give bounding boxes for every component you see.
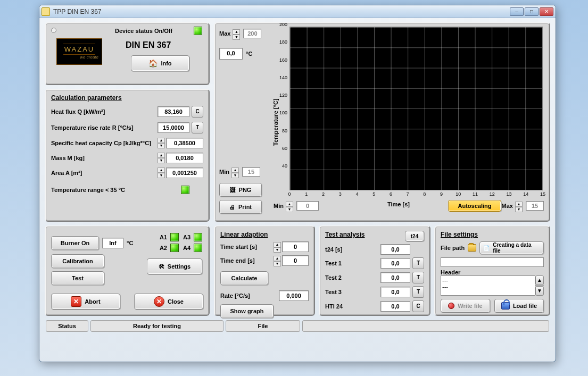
spin-up-icon[interactable]: ▲: [274, 256, 281, 261]
settings-button[interactable]: 🛠 Settings: [147, 258, 202, 274]
mass-value[interactable]: 0,0180: [166, 153, 203, 163]
x-tick: 4: [355, 191, 358, 197]
a4-label: A4: [183, 245, 191, 251]
area-spin-buttons[interactable]: ▲▼: [158, 168, 165, 178]
load-file-button[interactable]: Load file: [494, 299, 544, 313]
time-start-value[interactable]: 0: [282, 241, 309, 252]
power-indicator[interactable]: [51, 28, 56, 33]
time-end-label: Time end [s]: [220, 257, 274, 264]
hti-c-button[interactable]: C: [412, 300, 424, 312]
png-button[interactable]: 🖼 PNG: [219, 183, 262, 197]
chart-area[interactable]: [289, 27, 543, 190]
printer-icon: 🖨: [229, 204, 235, 210]
xmin-spin[interactable]: ▲▼: [286, 202, 293, 210]
test-button[interactable]: Test: [51, 271, 104, 285]
spin-up-icon[interactable]: ▲: [515, 202, 523, 207]
a1-led: [170, 233, 179, 241]
spin-up-icon[interactable]: ▲: [158, 168, 165, 173]
burner-value: Inf: [102, 238, 123, 248]
calculate-button[interactable]: Calculate: [220, 271, 268, 285]
spin-up-icon[interactable]: ▲: [274, 242, 281, 247]
header-textarea[interactable]: [441, 275, 535, 296]
spin-up-icon[interactable]: ▲: [286, 202, 293, 207]
close-button[interactable]: ✕ Close: [134, 294, 203, 310]
rise-rate-t-button[interactable]: T: [192, 122, 203, 133]
spin-up-icon[interactable]: ▲: [158, 138, 165, 143]
test1-t-button[interactable]: T: [412, 257, 424, 269]
titlebar: TPP DIN EN 367 – □ ✕: [39, 5, 556, 18]
spin-down-icon[interactable]: ▼: [515, 207, 523, 212]
test-analysis-title: Test analysis: [325, 231, 405, 238]
xmax-spin[interactable]: ▲▼: [515, 202, 523, 210]
x-tick: 8: [423, 191, 426, 197]
print-button[interactable]: 🖨 Print: [219, 200, 262, 214]
spin-down-icon[interactable]: ▼: [231, 173, 239, 178]
spin-down-icon[interactable]: ▼: [274, 261, 281, 266]
ymax-spin[interactable]: ▲▼: [233, 29, 240, 38]
ymin-value[interactable]: 15: [242, 167, 260, 177]
cp-spinner[interactable]: ▲▼ 0,38500: [158, 138, 203, 148]
spin-down-icon[interactable]: ▼: [274, 247, 281, 253]
heat-flux-c-button[interactable]: C: [192, 106, 203, 118]
mass-spinner[interactable]: ▲▼ 0,0180: [158, 153, 203, 163]
t24-label: t24 [s]: [325, 246, 355, 253]
rate-value: 0,000: [279, 290, 309, 301]
ymin-spin[interactable]: ▲▼: [231, 168, 239, 176]
spin-down-icon[interactable]: ▼: [233, 35, 240, 40]
spin-down-icon[interactable]: ▼: [158, 158, 165, 163]
status-label-cell: Status: [46, 320, 88, 332]
header-scroll-up[interactable]: ▲: [535, 275, 544, 285]
test3-t-button[interactable]: T: [412, 286, 424, 298]
a3-label: A3: [183, 234, 191, 240]
spin-down-icon[interactable]: ▼: [286, 207, 293, 212]
status-value-cell: Ready for testing: [90, 320, 223, 332]
time-end-value[interactable]: 0: [282, 255, 309, 266]
header-scroll-down[interactable]: ▼: [535, 286, 544, 296]
xmax-value[interactable]: 15: [526, 201, 544, 211]
info-button[interactable]: 🏠 Info: [131, 55, 189, 71]
burner-on-button[interactable]: Burner On: [51, 236, 99, 250]
test2-t-button[interactable]: T: [412, 272, 424, 283]
y-tick: 120: [279, 93, 287, 98]
spin-down-icon[interactable]: ▼: [158, 143, 165, 148]
abort-button[interactable]: ✕ Abort: [51, 294, 120, 310]
mass-spin-buttons[interactable]: ▲▼: [158, 153, 165, 163]
area-value[interactable]: 0,001250: [166, 168, 203, 178]
spin-up-icon[interactable]: ▲: [158, 153, 165, 158]
rise-rate-value[interactable]: 15,0000: [158, 122, 189, 133]
xmin-label: Min: [274, 203, 284, 209]
close-window-button[interactable]: ✕: [540, 7, 553, 16]
statusbar-file-value: [302, 320, 549, 332]
test2-label: Test 2: [325, 274, 355, 281]
time-start-spin[interactable]: ▲▼: [274, 242, 281, 252]
file-path-input[interactable]: [441, 257, 544, 267]
autoscale-button[interactable]: Autoscaling: [448, 200, 501, 212]
hti-label: HTI 24: [325, 303, 355, 310]
write-file-button[interactable]: Write file: [441, 299, 490, 313]
maximize-button[interactable]: □: [525, 7, 539, 16]
burner-unit: °C: [127, 240, 133, 246]
minimize-button[interactable]: –: [510, 7, 524, 16]
ymax-label: Max: [219, 30, 230, 37]
heat-flux-value[interactable]: 83,160: [158, 106, 189, 117]
chart-grid: [290, 27, 542, 190]
time-end-spin[interactable]: ▲▼: [274, 256, 281, 265]
spin-up-icon[interactable]: ▲: [233, 29, 240, 35]
cp-spin-buttons[interactable]: ▲▼: [158, 138, 165, 148]
area-spinner[interactable]: ▲▼ 0,001250: [158, 168, 203, 178]
spin-down-icon[interactable]: ▼: [158, 173, 165, 178]
y-tick: 60: [282, 146, 287, 151]
t24-button[interactable]: t24: [405, 231, 424, 241]
show-graph-button[interactable]: Show graph: [220, 304, 274, 318]
area-label: Area A [m²]: [51, 170, 158, 176]
x-tick: 12: [490, 191, 495, 197]
folder-icon[interactable]: [468, 244, 476, 252]
cp-value[interactable]: 0,38500: [166, 138, 203, 148]
xmin-value[interactable]: 0: [296, 201, 319, 211]
device-status-led: [194, 27, 202, 35]
create-datafile-button[interactable]: 📄 Creating a data file: [479, 241, 544, 254]
ymax-value[interactable]: 200: [243, 29, 261, 38]
spin-up-icon[interactable]: ▲: [231, 168, 239, 173]
logo-main: WAZAU: [63, 44, 95, 55]
calibration-button[interactable]: Calibration: [51, 254, 104, 268]
